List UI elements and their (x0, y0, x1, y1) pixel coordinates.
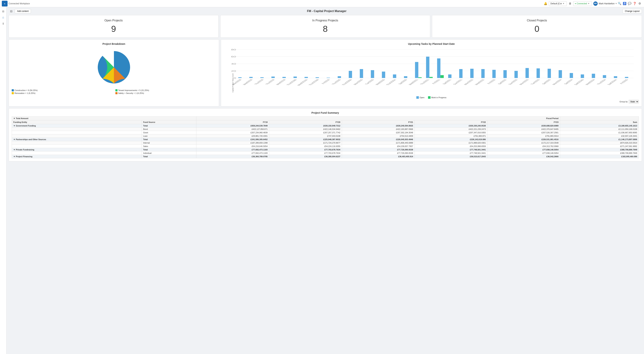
bar-chart-svg: 020406080Mon/2018Wed/2018Thu/2018Thu/201… (231, 48, 639, 94)
svg-rect-26 (316, 77, 319, 78)
total-amount-header: ▼ Total Amount (12, 117, 196, 120)
svg-rect-12 (238, 77, 242, 78)
cell-fy21: £171,806,445.6989 (342, 141, 414, 145)
cell-source: Bond (142, 127, 196, 131)
cell-fy23: £36,542,3666 (487, 155, 560, 158)
search-icon[interactable]: 🔍 (617, 1, 622, 6)
cell-fy19: £422,127,858.871 (196, 127, 269, 131)
sidebar-item-filter[interactable]: ⊟ (0, 9, 6, 14)
cell-source: Loan (142, 134, 196, 138)
table-row: Grant £207,234,960.4839 £207,257,371.774… (12, 131, 639, 134)
cell-source: Internal (142, 141, 196, 145)
cell-fy22: £77,748,501.3441 (414, 151, 487, 155)
change-layout-button[interactable]: Change Layout (622, 9, 642, 13)
cell-fy20: £747,043.0108 (269, 134, 342, 138)
svg-rect-32 (349, 71, 352, 78)
pie-chart-card: Project Breakdown (8, 39, 219, 106)
bar-chart-groupby: Group by State (224, 100, 639, 103)
cell-fy21: £36,403,405.914 (342, 155, 414, 158)
legend-construction: Construction = 9 (56.25%) (12, 89, 112, 91)
cell-fy23: £172,217,319.3548 (487, 141, 560, 145)
app-name: Connected Workplace (8, 2, 30, 5)
svg-rect-77 (581, 74, 584, 78)
svg-text:Mon/2022: Mon/2022 (463, 79, 474, 85)
cell-entity: ▼ Project Financing (12, 155, 142, 158)
svg-text:Sat/2024b: Sat/2024b (574, 79, 585, 85)
svg-rect-65 (514, 71, 518, 78)
cell-fy19: £29,881,720.4301 (196, 134, 269, 138)
chat-icon[interactable]: 💬 (627, 1, 632, 6)
user-avatar: MH (593, 2, 598, 6)
sidebar-item-home[interactable]: ⌂ (0, 15, 6, 20)
svg-text:Thu/2020b: Thu/2020b (341, 79, 353, 86)
sidebar: ⊟ ⌂ ℹ (0, 7, 6, 354)
cell-source: Grant (142, 131, 196, 134)
settings-icon[interactable]: ⚙ (637, 1, 642, 6)
cell-fy22: £630,330,240.0538 (414, 124, 487, 127)
cell-sum: £182,005,460.086 (560, 155, 639, 158)
pie-chart-svg (94, 48, 134, 87)
page-title: FM - Capital Project Manager (31, 10, 622, 13)
cell-fy19: £77,692,473.1183 (196, 148, 269, 151)
cell-fy20: £422,146,534.9462 (269, 127, 342, 131)
cell-entity (12, 151, 142, 155)
cell-source: Individual (142, 151, 196, 155)
svg-rect-55 (459, 69, 462, 78)
svg-rect-16 (260, 77, 264, 78)
accessibility-icon[interactable]: ♿ (622, 1, 627, 6)
cell-fy22: £761,983.871 (414, 134, 487, 138)
legend-open: Open (416, 96, 424, 99)
svg-text:60: 60 (231, 56, 236, 58)
svg-text:Wed/2019c: Wed/2019c (296, 79, 308, 86)
svg-text:Fri/2022: Fri/2022 (487, 79, 496, 84)
cell-entity (12, 141, 142, 145)
cell-fy20: £171,724,270.9677 (269, 141, 342, 145)
cell-fy20: £54,224,116.9355 (269, 145, 342, 148)
svg-rect-71 (548, 69, 551, 78)
cell-fy22: £77,748,501.3441 (414, 148, 487, 151)
user-menu[interactable]: MH Mark Hambelton ▼ (593, 2, 617, 6)
filter-button[interactable]: ⊟ (8, 9, 14, 14)
svg-text:Wed/2020: Wed/2020 (375, 79, 386, 85)
svg-rect-20 (282, 77, 286, 78)
table-row: Sales £54,216,646.5054 £54,224,116.9355 … (12, 145, 639, 148)
svg-text:Sun/2022: Sun/2022 (508, 79, 518, 85)
cell-entity (12, 145, 142, 148)
svg-rect-63 (504, 70, 507, 78)
sum-spacer (560, 117, 639, 120)
legend-renovation-color (12, 92, 14, 94)
help-icon[interactable]: ❓ (632, 1, 637, 6)
cell-sum: £2,111,050,168.0108 (560, 127, 639, 131)
cell-fy19: £77,692,473.1183 (196, 151, 269, 155)
svg-rect-47 (426, 57, 429, 78)
svg-text:Sat/2020: Sat/2020 (398, 79, 408, 85)
svg-rect-75 (570, 73, 573, 78)
sidebar-item-info[interactable]: ℹ (0, 21, 6, 26)
table-row: Internal £187,289,659.1398 £171,724,270.… (12, 141, 639, 145)
cell-fy23: £791,865.5914 (487, 134, 560, 138)
default-dropdown[interactable]: Default [Cor ▼ (549, 1, 567, 6)
groupby-select[interactable]: State (629, 100, 639, 103)
bar-chart-card: Upcoming Tasks by Planned Start Date Cap… (221, 39, 642, 106)
cell-source: Total (142, 155, 196, 158)
connected-status[interactable]: Connected ▼ (573, 1, 592, 6)
add-content-button[interactable]: Add content (15, 9, 31, 13)
legend-safety-color (115, 92, 118, 94)
fund-table: ▼ Total Amount Fiscal Period Funding Ent… (12, 116, 639, 158)
notification-icon[interactable]: 🔔 (543, 1, 548, 6)
monitor-icon[interactable]: 🖥 (568, 1, 572, 6)
pie-chart-container (12, 48, 216, 87)
fund-table-body: ▼ Government Funding Total £659,244,539.… (12, 124, 639, 158)
cell-fy22: £171,888,620.4301 (414, 141, 487, 145)
stat-inprogress-value: 8 (224, 24, 426, 34)
pie-chart-title: Project Breakdown (12, 43, 216, 45)
cell-fy19: £659,244,539.7849 (196, 124, 269, 127)
cell-sum: £388,708,889.7849 (560, 151, 639, 155)
svg-rect-53 (448, 74, 452, 78)
svg-rect-61 (492, 70, 496, 78)
logo[interactable]: n Connected Workplace (2, 1, 30, 7)
cell-fy20: £630,150,949.7312 (269, 124, 342, 127)
fund-summary-card: Project Fund Summary ▼ Total Amount Fisc… (8, 108, 642, 161)
svg-text:Mon/2020: Mon/2020 (353, 79, 364, 85)
stat-closed-value: 0 (436, 24, 638, 34)
